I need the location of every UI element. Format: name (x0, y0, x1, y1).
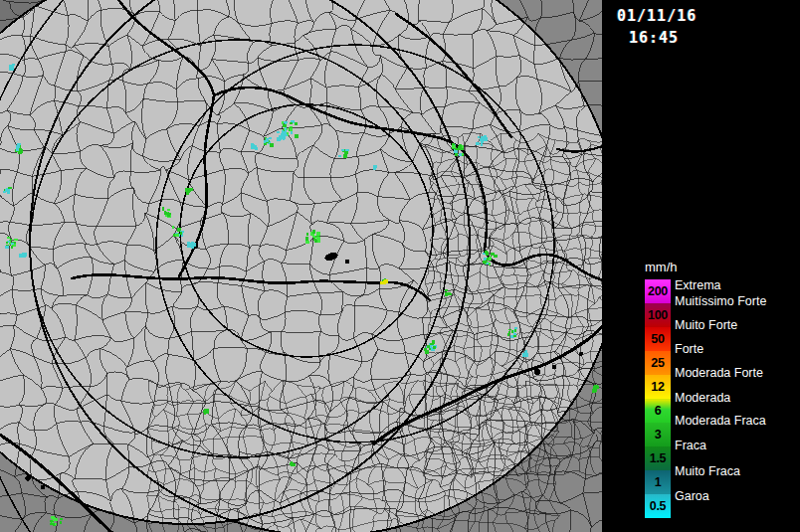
legend-segment: 1 (645, 470, 671, 494)
legend-segment: 200 (645, 279, 671, 303)
legend-label: Muito Forte (675, 319, 737, 332)
date-text: 01/11/16 (617, 7, 697, 25)
island-blob (552, 365, 557, 370)
info-panel: 01/11/16 16:45 mm/h 200 100 50 25 12 6 3… (602, 0, 800, 532)
time-text: 16:45 (629, 29, 679, 47)
legend-labels: Extrema Muitíssimo Forte Muito Forte For… (675, 279, 800, 518)
legend-value: 0.5 (650, 499, 666, 513)
legend-segment: 100 (645, 303, 671, 327)
legend-segment: 50 (645, 327, 671, 351)
radar-map (0, 0, 602, 532)
legend-label: Extrema (675, 279, 721, 292)
legend-label: Muitíssimo Forte (675, 295, 766, 308)
legend-value: 100 (648, 308, 668, 322)
radar-app-window: 01/11/16 16:45 mm/h 200 100 50 25 12 6 3… (0, 0, 800, 532)
legend-segment: 12 (645, 375, 671, 399)
island-blob (579, 352, 583, 356)
rain-rate-unit-label: mm/h (645, 260, 678, 274)
legend-segment: 6 (645, 399, 671, 423)
legend-label: Garoa (675, 490, 709, 503)
legend-value: 3 (655, 428, 662, 442)
legend-value: 200 (648, 284, 668, 298)
legend-label: Muito Fraca (675, 465, 740, 478)
island-blob (534, 369, 540, 375)
legend-colorbar: 200 100 50 25 12 6 3 1.5 1 0.5 (645, 279, 671, 518)
legend-label: Moderada Fraca (675, 415, 766, 428)
legend-value: 12 (651, 380, 664, 394)
legend-segment: 25 (645, 351, 671, 375)
legend-value: 25 (651, 356, 664, 370)
legend-value: 50 (651, 332, 664, 346)
legend-value: 1 (655, 475, 662, 489)
legend-label: Moderada (675, 392, 730, 405)
legend-segment: 1.5 (645, 446, 671, 470)
reservoir-blob (345, 260, 350, 265)
legend-segment: 0.5 (645, 494, 671, 518)
legend-label: Moderada Forte (675, 367, 763, 380)
legend-segment: 3 (645, 423, 671, 446)
legend-label: Forte (675, 343, 703, 356)
legend-value: 1.5 (650, 451, 666, 465)
legend-label: Fraca (675, 440, 706, 452)
legend-value: 6 (655, 404, 662, 418)
